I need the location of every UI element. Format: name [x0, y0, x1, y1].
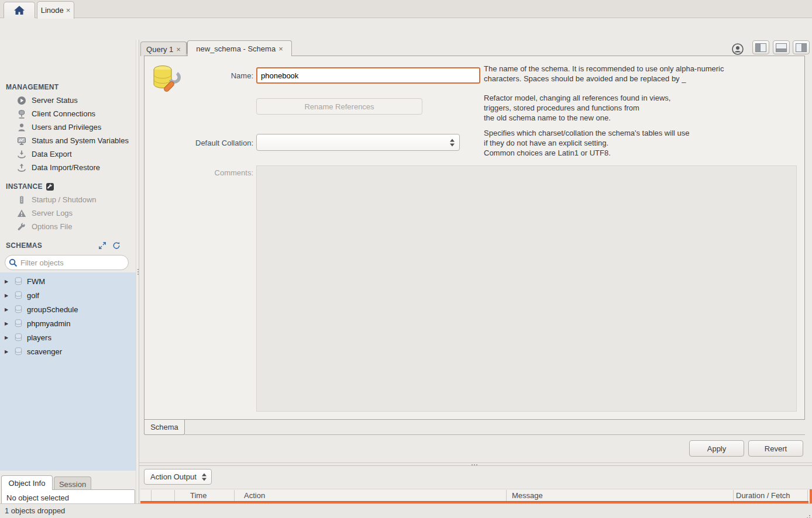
expander-icon[interactable]: ▶	[5, 279, 10, 284]
connection-tab-label: Linode	[41, 6, 64, 15]
options-file-wrench-icon	[17, 222, 26, 232]
spinner-arrows-icon	[202, 473, 207, 481]
expander-icon[interactable]: ▶	[5, 349, 10, 354]
sidebar-splitter[interactable]	[136, 40, 139, 503]
sidebar-item-data-import[interactable]: Data Import/Restore	[0, 161, 136, 174]
schema-item-golf[interactable]: ▶ golf	[0, 288, 136, 302]
help-text-collation: Specifies which charset/collation the sc…	[484, 128, 803, 158]
expand-schemas-icon[interactable]	[98, 241, 106, 250]
comments-label: Comments:	[180, 168, 253, 177]
apply-button[interactable]: Apply	[689, 440, 744, 457]
sidebar-item-label: Client Connections	[32, 109, 95, 118]
column-header-time[interactable]: Time	[190, 491, 207, 500]
toggle-output-area-button[interactable]	[773, 40, 790, 54]
home-icon	[13, 5, 25, 15]
sidebar-item-label: Options File	[32, 222, 72, 231]
tab-object-info-label: Object Info	[9, 479, 46, 488]
rename-references-button[interactable]: Rename References	[256, 98, 422, 115]
client-connections-icon	[17, 109, 26, 119]
close-icon[interactable]: ×	[278, 45, 283, 53]
schema-item-label: golf	[27, 291, 39, 300]
home-tab[interactable]	[4, 2, 35, 18]
column-separator[interactable]	[733, 490, 734, 502]
help-text-name: The name of the schema. It is recommende…	[484, 64, 803, 84]
sidebar-item-label: Startup / Shutdown	[32, 195, 97, 204]
toggle-right-sidebar-button[interactable]	[793, 40, 810, 54]
toggle-left-sidebar-icon	[755, 43, 766, 52]
refresh-schemas-icon[interactable]	[112, 241, 121, 250]
tab-session-label: Session	[59, 480, 86, 489]
tab-query-1-label: Query 1	[146, 45, 173, 54]
name-label: Name:	[180, 71, 253, 80]
resize-grip-icon[interactable]	[809, 515, 810, 516]
column-separator[interactable]	[506, 490, 507, 502]
schema-filter-input[interactable]	[20, 258, 114, 267]
collation-dropdown[interactable]	[256, 134, 460, 151]
column-separator[interactable]	[234, 490, 235, 502]
schema-db-icon	[14, 277, 23, 286]
revert-button[interactable]: Revert	[748, 440, 803, 457]
schema-item-groupschedule[interactable]: ▶ groupSchedule	[0, 302, 136, 316]
comments-textarea[interactable]	[256, 165, 797, 412]
sidebar-item-data-export[interactable]: Data Export	[0, 147, 136, 161]
spinner-arrows-icon	[450, 139, 455, 146]
column-header-duration[interactable]: Duration / Fetch	[736, 491, 790, 500]
rename-references-label: Rename References	[304, 102, 374, 111]
sidebar-item-label: Users and Privileges	[32, 123, 101, 132]
sidebar-item-startup-shutdown[interactable]: Startup / Shutdown	[0, 193, 136, 206]
column-header-message[interactable]: Message	[512, 491, 543, 500]
expander-icon[interactable]: ▶	[5, 335, 10, 340]
sidebar-item-system-variables[interactable]: Status and System Variables	[0, 134, 136, 147]
schemas-section-header: SCHEMAS	[6, 241, 130, 250]
schema-db-icon	[14, 291, 23, 300]
output-selector-dropdown[interactable]: Action Output	[144, 469, 212, 485]
sidebar-item-server-logs[interactable]: Server Logs	[0, 206, 136, 220]
splitter-handle-icon	[137, 269, 139, 270]
server-status-icon	[17, 96, 26, 105]
sidebar-item-server-status[interactable]: Server Status	[0, 94, 136, 107]
column-separator[interactable]	[151, 490, 152, 502]
schema-editor-icon	[150, 63, 181, 97]
instance-title: INSTANCE	[6, 182, 43, 191]
tab-new-schema[interactable]: new_schema - Schema ×	[187, 40, 292, 56]
close-icon[interactable]: ×	[176, 46, 181, 53]
tab-object-info[interactable]: Object Info	[1, 475, 53, 490]
server-logs-warning-icon	[17, 209, 26, 218]
column-separator[interactable]	[174, 490, 175, 502]
system-variables-icon	[17, 136, 26, 146]
data-import-icon	[17, 163, 26, 172]
schema-item-label: phpmyadmin	[27, 319, 70, 328]
window-tab-bar: Linode ×	[0, 0, 812, 18]
sidebar-item-users-privileges[interactable]: Users and Privileges	[0, 120, 136, 134]
schema-item-label: FWM	[27, 277, 45, 286]
tab-schema-bottom[interactable]: Schema	[144, 420, 185, 435]
column-separator[interactable]	[807, 490, 808, 502]
expander-icon[interactable]: ▶	[5, 307, 10, 312]
sidebar-item-client-connections[interactable]: Client Connections	[0, 107, 136, 120]
revert-button-label: Revert	[765, 444, 787, 453]
schema-name-input[interactable]	[256, 67, 480, 84]
column-header-action[interactable]: Action	[244, 491, 265, 500]
output-splitter[interactable]	[139, 462, 812, 466]
bottom-tab-strip	[185, 434, 805, 435]
schema-db-icon	[14, 347, 23, 356]
schema-item-phpmyadmin[interactable]: ▶ phpmyadmin	[0, 316, 136, 330]
schema-item-players[interactable]: ▶ players	[0, 330, 136, 344]
schema-db-icon	[14, 305, 23, 314]
schema-editor-panel: Name: Rename References Default Collatio…	[144, 56, 805, 420]
expander-icon[interactable]: ▶	[5, 293, 10, 298]
schema-item-fwm[interactable]: ▶ FWM	[0, 274, 136, 288]
schemas-title: SCHEMAS	[6, 241, 42, 250]
expander-icon[interactable]: ▶	[5, 321, 10, 326]
schema-filter-box	[5, 255, 129, 270]
schema-item-scavenger[interactable]: ▶ scavenger	[0, 344, 136, 358]
close-icon[interactable]: ×	[66, 6, 71, 14]
management-title: MANAGEMENT	[6, 83, 59, 91]
toggle-left-sidebar-button[interactable]	[752, 40, 769, 54]
sidebar-item-options-file[interactable]: Options File	[0, 220, 136, 233]
output-grid-header: Time Action Message Duration / Fetch	[140, 489, 812, 502]
connection-tab[interactable]: Linode ×	[37, 1, 74, 19]
tab-query-1[interactable]: Query 1 ×	[140, 42, 187, 56]
sidebar-item-label: Data Export	[32, 150, 72, 158]
sidebar-item-label: Data Import/Restore	[32, 163, 100, 172]
